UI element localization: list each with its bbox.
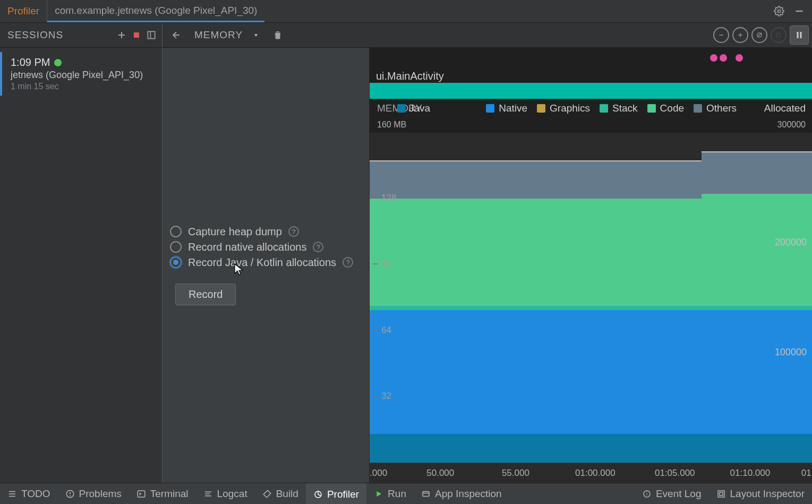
tab-terminal[interactable]: Terminal <box>129 483 196 504</box>
right-axis-max: 300000 <box>777 120 806 133</box>
activity-label: ui.MainActivity <box>376 70 444 82</box>
event-dot-icon <box>736 54 743 62</box>
profiler-type-dropdown[interactable]: MEMORY <box>189 27 265 43</box>
session-item[interactable]: 1:09 PM jetnews (Google Pixel_API_30) 1 … <box>0 52 162 96</box>
time-tick: .000 <box>370 468 387 479</box>
expand-sessions-button[interactable] <box>144 28 159 42</box>
event-dot-icon <box>720 54 727 62</box>
profiler-session-tab[interactable]: com.example.jetnews (Google Pixel_API_30… <box>47 0 264 22</box>
help-icon[interactable]: ? <box>313 242 323 252</box>
svg-rect-15 <box>797 32 799 38</box>
session-time: 1:09 PM <box>11 56 50 69</box>
reset-zoom-button[interactable] <box>751 27 767 43</box>
legend-others: Others <box>694 102 737 114</box>
radio-label: Record Java / Kotlin allocations <box>188 257 336 269</box>
area-stack <box>370 306 812 310</box>
back-button[interactable] <box>169 28 184 42</box>
session-duration: 1 min 15 sec <box>11 82 153 91</box>
svg-rect-14 <box>777 33 781 37</box>
activity-strip-bg: ui.MainActivity <box>370 69 812 83</box>
tab-bar: Profiler com.example.jetnews (Google Pix… <box>0 0 812 22</box>
chart-axis-top: 160 MB 300000 <box>370 118 812 133</box>
time-tick: 55.000 <box>502 468 529 479</box>
radio-label: Capture heap dump <box>188 226 282 238</box>
java-swatch-icon <box>397 104 406 113</box>
radio-heap-dump[interactable]: Capture heap dump ? <box>170 226 362 238</box>
memory-chart-panel: ui.MainActivity MEMORY Java Native Graph… <box>370 48 812 483</box>
svg-point-22 <box>70 495 71 496</box>
time-tick: 01: <box>801 468 812 479</box>
time-tick: 50.000 <box>426 468 454 479</box>
tab-todo[interactable]: TODO <box>0 483 58 504</box>
area-code-bump <box>702 194 812 199</box>
help-icon[interactable]: ? <box>343 257 353 268</box>
svg-rect-33 <box>718 491 724 497</box>
legend-native: Native <box>486 102 527 114</box>
svg-rect-4 <box>134 32 139 38</box>
tab-run[interactable]: Run <box>366 483 414 504</box>
y-tick-32: 32 <box>381 391 391 402</box>
tab-problems[interactable]: Problems <box>58 483 129 504</box>
sessions-heading: SESSIONS <box>0 29 63 41</box>
dropdown-label: MEMORY <box>194 29 243 41</box>
area-code <box>370 199 812 306</box>
activity-bar[interactable] <box>370 83 812 99</box>
svg-marker-8 <box>254 34 258 37</box>
zoom-out-button[interactable] <box>713 27 729 43</box>
profiler-tool-label[interactable]: Profiler <box>0 0 47 22</box>
legend-java: Java <box>409 102 430 114</box>
tab-build[interactable]: Build <box>255 483 306 504</box>
radio-icon <box>170 241 182 253</box>
recording-radio-group: Capture heap dump ? Record native alloca… <box>170 226 362 269</box>
radio-icon <box>170 257 182 268</box>
svg-text:i: i <box>646 492 647 497</box>
gear-icon[interactable] <box>772 4 787 19</box>
tab-event-log[interactable]: i Event Log <box>635 488 709 500</box>
radio-java-kotlin-allocations[interactable]: Record Java / Kotlin allocations ? <box>170 257 362 269</box>
svg-rect-34 <box>720 492 723 496</box>
event-dot-icon <box>710 54 717 62</box>
legend-graphics: Graphics <box>537 102 590 114</box>
time-tick: 01:00.000 <box>575 468 616 479</box>
session-running-icon <box>54 59 62 66</box>
help-icon[interactable]: ? <box>288 226 299 237</box>
zoom-in-button[interactable] <box>732 27 748 43</box>
area-others-bump <box>702 152 812 194</box>
chevron-down-icon <box>252 31 260 39</box>
tab-layout-inspector[interactable]: Layout Inspector <box>709 488 812 500</box>
zoom-selection-button[interactable] <box>771 27 787 43</box>
minimize-icon[interactable] <box>792 4 807 19</box>
area-native <box>370 310 812 434</box>
time-axis: .000 50.000 55.000 01:00.000 01:05.000 0… <box>370 463 812 483</box>
y-tick-96: 96 <box>381 259 391 269</box>
area-java <box>370 434 812 463</box>
record-button[interactable]: Record <box>175 284 236 305</box>
pause-live-button[interactable] <box>790 25 809 45</box>
tab-profiler[interactable]: Profiler <box>306 483 366 504</box>
legend-stack: Stack <box>600 102 638 114</box>
left-axis-max: 160 MB <box>377 120 406 133</box>
legend-allocated: Allocated <box>764 102 812 114</box>
y-tick-128: 128 <box>381 193 396 203</box>
bottom-tool-bar: TODO Problems Terminal Logcat Build Prof… <box>0 483 812 504</box>
tab-app-inspection[interactable]: App Inspection <box>414 483 509 504</box>
recording-options-panel: Capture heap dump ? Record native alloca… <box>163 48 370 483</box>
svg-rect-16 <box>800 32 802 38</box>
right-tick-200000: 200000 <box>775 237 807 248</box>
y-tick-64: 64 <box>381 325 391 336</box>
memory-stacked-area-chart[interactable]: 128 96 64 32 200000 100000 <box>370 133 812 463</box>
svg-rect-5 <box>148 31 155 38</box>
radio-label: Record native allocations <box>188 241 306 253</box>
add-session-button[interactable] <box>114 28 129 42</box>
event-strip[interactable] <box>370 48 812 69</box>
radio-native-allocations[interactable]: Record native allocations ? <box>170 241 362 253</box>
stop-session-button[interactable] <box>129 28 144 42</box>
time-tick: 01:10.000 <box>730 468 771 479</box>
allocated-line <box>370 160 702 161</box>
delete-button[interactable] <box>270 28 285 42</box>
right-tick-100000: 100000 <box>775 347 807 358</box>
session-name: jetnews (Google Pixel_API_30) <box>11 70 153 81</box>
tab-logcat[interactable]: Logcat <box>196 483 255 504</box>
chart-legend: MEMORY Java Native Graphics Stack Code O… <box>370 99 812 118</box>
svg-rect-29 <box>423 491 429 496</box>
